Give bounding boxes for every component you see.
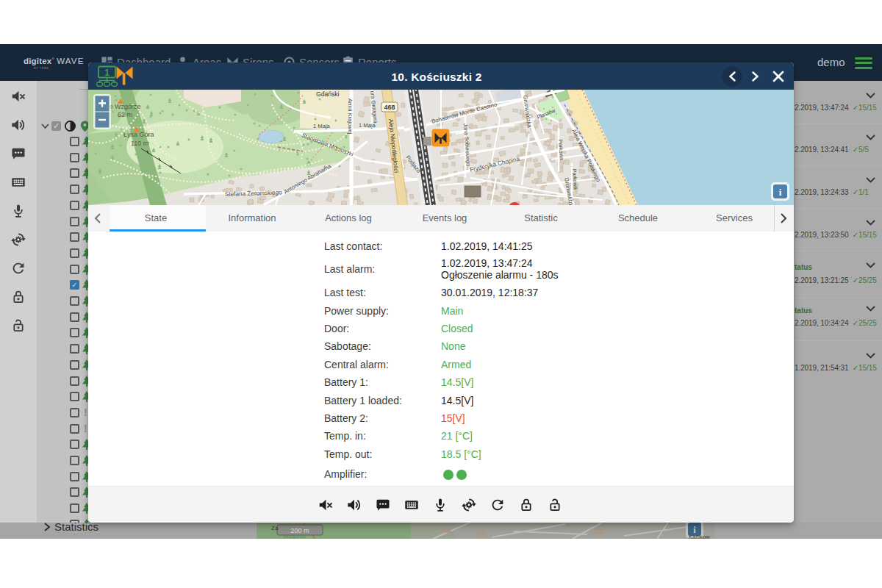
svg-text:i: i: [779, 187, 782, 198]
svg-text:62 m: 62 m: [118, 111, 132, 118]
svg-text:Armii Krajowej: Armii Krajowej: [347, 98, 354, 135]
svg-text:110 m: 110 m: [131, 140, 148, 147]
svg-text:Wzgórze: Wzgórze: [283, 533, 306, 539]
svg-text:1 Maja: 1 Maja: [313, 123, 331, 129]
svg-text:468: 468: [384, 104, 395, 111]
svg-text:Za: Za: [271, 525, 279, 531]
svg-text:Gdański: Gdański: [316, 90, 340, 98]
svg-text:Łysa Góra: Łysa Góra: [123, 131, 154, 138]
svg-text:Karlikow: Karlikow: [689, 534, 710, 539]
